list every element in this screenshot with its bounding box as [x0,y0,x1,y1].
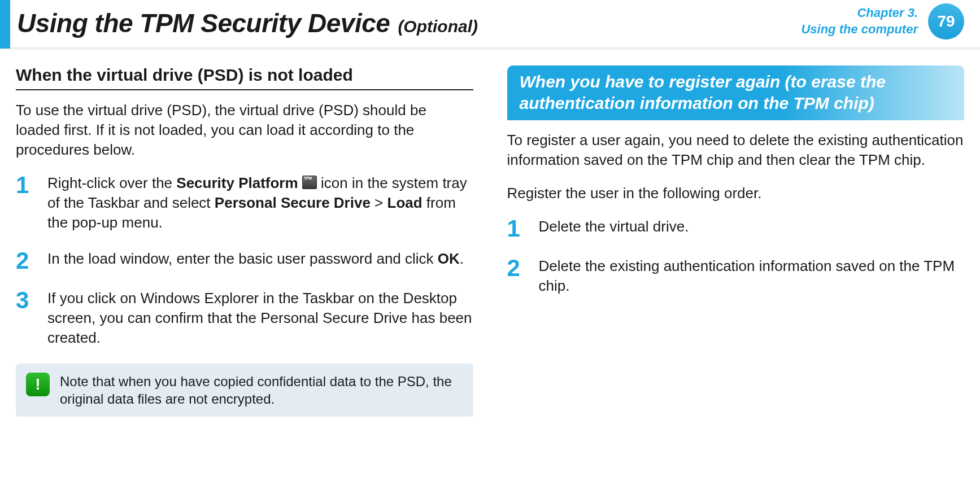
left-column: When the virtual drive (PSD) is not load… [16,65,473,417]
step-number: 2 [16,249,41,273]
left-step-3: 3 If you click on Windows Explorer in th… [16,288,473,348]
step-number: 1 [16,173,41,233]
right-paragraph-2: Register the user in the following order… [507,183,965,203]
alert-icon: ! [26,373,50,396]
chapter-line-1: Chapter 3. [801,5,918,21]
page-title-optional: (Optional) [398,17,478,36]
step-text: If you click on Windows Explorer in the … [47,288,473,348]
step-text: Delete the existing authentication infor… [539,256,965,296]
right-column: When you have to register again (to eras… [507,65,965,417]
left-heading: When the virtual drive (PSD) is not load… [16,65,473,90]
left-intro-paragraph: To use the virtual drive (PSD), the virt… [16,100,473,160]
chapter-line-2: Using the computer [801,21,918,38]
step-text: Delete the virtual drive. [539,217,965,240]
bold-text: Load [387,194,423,211]
bold-text: Personal Secure Drive [215,194,371,211]
right-step-1: 1 Delete the virtual drive. [507,217,965,240]
info-alert: ! Note that when you have copied confide… [16,364,473,417]
text-fragment: . [460,250,464,267]
right-paragraph-1: To register a user again, you need to de… [507,130,965,170]
bold-text: OK [438,250,460,267]
bold-text: Security Platform [176,174,298,191]
text-fragment: In the load window, enter the basic user… [47,250,438,267]
page-title: Using the TPM Security Device [17,8,390,38]
right-heading: When you have to register again (to eras… [507,65,965,120]
left-step-2: 2 In the load window, enter the basic us… [16,249,473,273]
step-text: In the load window, enter the basic user… [47,249,473,273]
left-step-1: 1 Right-click over the Security Platform… [16,173,473,233]
page-header: Using the TPM Security Device (Optional)… [0,0,980,49]
page-number-badge: 79 [928,3,964,40]
text-fragment: Right-click over the [47,174,176,191]
step-text: Right-click over the Security Platform i… [47,173,473,233]
tpm-icon [302,176,317,189]
header-accent [0,0,10,49]
right-step-2: 2 Delete the existing authentication inf… [507,256,965,296]
step-number: 2 [507,256,532,296]
step-number: 1 [507,217,532,240]
content-area: When the virtual drive (PSD) is not load… [0,49,980,417]
chapter-label: Chapter 3. Using the computer [801,5,918,37]
step-number: 3 [16,288,41,348]
alert-text: Note that when you have copied confident… [60,373,463,408]
text-fragment: > [371,194,387,211]
header-right-group: Chapter 3. Using the computer 79 [801,3,964,40]
